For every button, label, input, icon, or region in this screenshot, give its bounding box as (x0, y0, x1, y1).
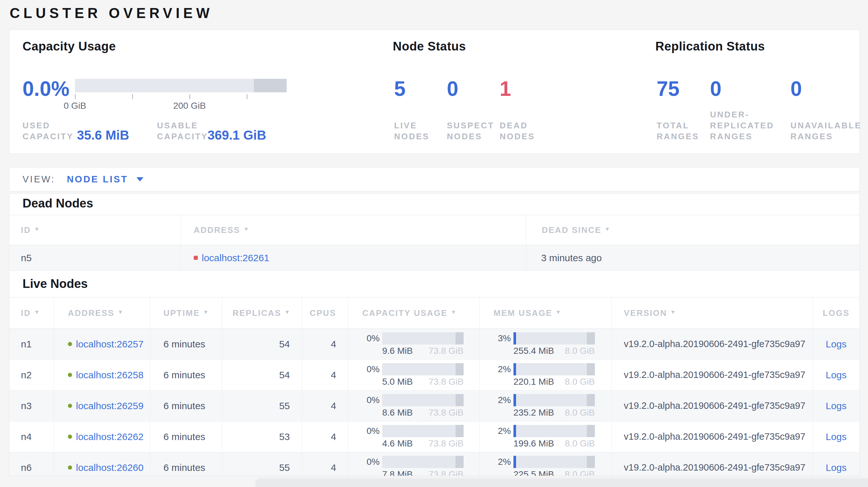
live-nodes-header-row: ID ADDRESS UPTIME REPLICAS CPUS CAPACITY… (9, 297, 859, 329)
node-address-cell: localhost:26261 (181, 245, 526, 270)
node-version: v19.2.0-alpha.20190606-2491-gfe735c9a97 (612, 421, 813, 452)
logs-link[interactable]: Logs (826, 462, 846, 473)
node-cpus: 4 (302, 421, 348, 452)
capacity-percent: 0% (362, 395, 380, 405)
node-status-title: Node Status (393, 39, 466, 54)
node-address-link[interactable]: localhost:26257 (76, 339, 144, 350)
mem-used: 225.5 MiB (514, 469, 554, 476)
mem-bar (514, 425, 595, 437)
node-live-dot-icon (68, 373, 72, 377)
col-header-version[interactable]: VERSION (612, 297, 813, 328)
node-address-link[interactable]: localhost:26261 (202, 253, 269, 263)
dead-nodes-table: ID ADDRESS DEAD SINCE n5 localhost:26261… (9, 215, 859, 271)
node-version: v19.2.0-alpha.20190606-2491-gfe735c9a97 (612, 452, 813, 476)
live-nodes-label: LIVE NODES (394, 120, 430, 142)
dead-nodes-count: 1 (500, 77, 511, 101)
col-header-mem-usage[interactable]: MEM USAGE (480, 297, 612, 328)
mem-bar (514, 332, 595, 345)
node-id: n6 (9, 452, 54, 476)
node-address-cell: localhost:26258 (54, 360, 150, 390)
live-node-row: n1 localhost:26257 6 minutes 54 4 0% 9.6… (9, 329, 859, 360)
logs-link[interactable]: Logs (826, 400, 846, 412)
logs-link[interactable]: Logs (826, 369, 846, 381)
col-header-capacity-usage[interactable]: CAPACITY USAGE (348, 297, 480, 328)
node-mem-usage-cell: 3% 255.4 MiB8.0 GiB (480, 329, 612, 359)
view-mode-dropdown[interactable]: NODE LIST (67, 174, 144, 185)
col-header-address[interactable]: ADDRESS (181, 215, 526, 245)
nodes-tables-card: Dead Nodes ID ADDRESS DEAD SINCE n5 loca… (9, 193, 860, 476)
node-address-cell: localhost:26257 (54, 329, 150, 359)
dead-nodes-header-row: ID ADDRESS DEAD SINCE (9, 215, 859, 245)
node-capacity-usage-cell: 0% 5.0 MiB73.8 GiB (348, 360, 480, 390)
live-nodes-heading: Live Nodes (9, 271, 859, 297)
col-header-id[interactable]: ID (9, 297, 54, 328)
unavailable-label: UNAVAILABLE RANGES (790, 120, 862, 142)
dead-nodes-heading: Dead Nodes (9, 194, 859, 215)
live-node-row: n4 localhost:26262 6 minutes 53 4 0% 4.6… (9, 421, 859, 452)
suspect-nodes-label: SUSPECT NODES (447, 120, 494, 142)
col-header-uptime[interactable]: UPTIME (150, 297, 222, 328)
capacity-usage-section: Capacity Usage 0.0% 0 GiB 200 GiB USED C… (23, 30, 376, 154)
capacity-total: 73.8 GiB (429, 439, 464, 449)
chevron-down-icon (136, 177, 144, 182)
node-address-link[interactable]: localhost:26259 (76, 400, 144, 412)
node-capacity-usage-cell: 0% 8.6 MiB73.8 GiB (348, 390, 480, 421)
suspect-nodes-count: 0 (447, 77, 459, 101)
capacity-percent: 0% (362, 364, 380, 375)
node-capacity-usage-cell: 0% 7.8 MiB73.8 GiB (348, 452, 480, 476)
logs-link[interactable]: Logs (826, 431, 846, 442)
node-mem-usage-cell: 2% 220.1 MiB8.0 GiB (480, 360, 612, 390)
node-replicas: 54 (222, 360, 302, 390)
capacity-percent: 0% (362, 426, 380, 436)
mem-bar (514, 456, 595, 468)
node-live-dot-icon (68, 404, 72, 408)
node-uptime: 6 minutes (150, 421, 222, 452)
capacity-used-percent: 0.0% (23, 77, 69, 101)
logs-link[interactable]: Logs (826, 339, 846, 350)
node-cpus: 4 (302, 360, 348, 390)
mem-bar (514, 363, 595, 376)
node-address-link[interactable]: localhost:26260 (76, 462, 144, 473)
node-logs-cell: Logs (813, 360, 859, 390)
node-version: v19.2.0-alpha.20190606-2491-gfe735c9a97 (612, 360, 813, 390)
used-capacity-label: USED CAPACITY (23, 120, 74, 142)
node-address-link[interactable]: localhost:26262 (76, 431, 144, 442)
col-header-id[interactable]: ID (9, 215, 181, 245)
mem-percent: 2% (494, 364, 511, 375)
live-node-row: n3 localhost:26259 6 minutes 55 4 0% 8.6… (9, 390, 859, 421)
node-address-link[interactable]: localhost:26258 (76, 369, 144, 381)
col-header-replicas[interactable]: REPLICAS (222, 297, 302, 328)
capacity-total: 73.8 GiB (429, 469, 464, 476)
mem-total: 8.0 GiB (565, 469, 595, 476)
mem-total: 8.0 GiB (565, 439, 595, 449)
mem-bar (514, 394, 595, 406)
node-live-dot-icon (68, 465, 72, 469)
capacity-percent: 0% (362, 457, 380, 467)
node-id: n3 (9, 390, 54, 421)
node-logs-cell: Logs (813, 390, 859, 421)
node-cpus: 4 (302, 390, 348, 421)
col-header-address[interactable]: ADDRESS (54, 297, 150, 328)
node-replicas: 55 (222, 452, 302, 476)
capacity-axis-label-200: 200 GiB (173, 101, 206, 111)
capacity-used: 4.6 MiB (382, 439, 413, 449)
node-uptime: 6 minutes (150, 452, 222, 476)
total-ranges-count: 75 (657, 77, 679, 101)
capacity-bar (382, 394, 464, 406)
replication-status-title: Replication Status (655, 39, 765, 54)
mem-total: 8.0 GiB (565, 377, 595, 387)
view-selected-value: NODE LIST (67, 174, 128, 185)
node-capacity-usage-cell: 0% 4.6 MiB73.8 GiB (348, 421, 480, 452)
capacity-percent: 0% (362, 333, 380, 344)
col-header-dead-since[interactable]: DEAD SINCE (526, 215, 859, 245)
capacity-total: 73.8 GiB (429, 408, 464, 418)
live-nodes-count: 5 (394, 77, 406, 101)
page-title: CLUSTER OVERVIEW (10, 5, 213, 21)
node-version: v19.2.0-alpha.20190606-2491-gfe735c9a97 (612, 329, 813, 359)
usable-capacity-label: USABLE CAPACITY (157, 120, 208, 142)
bottom-shadow (256, 479, 868, 487)
under-replicated-count: 0 (710, 77, 722, 101)
node-uptime: 6 minutes (150, 390, 222, 421)
mem-total: 8.0 GiB (565, 408, 595, 418)
capacity-used: 7.8 MiB (382, 469, 413, 476)
